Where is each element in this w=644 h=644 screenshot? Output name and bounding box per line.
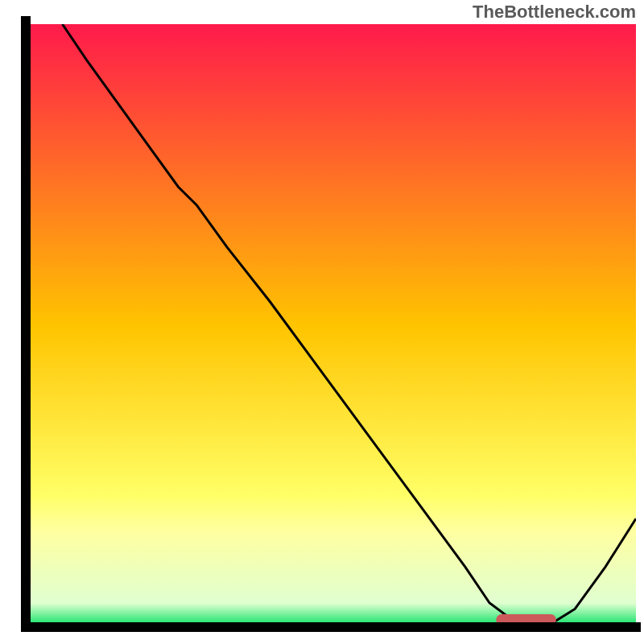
bottleneck-chart: TheBottleneck.com [0, 0, 644, 644]
watermark-text: TheBottleneck.com [473, 2, 636, 23]
chart-svg [0, 0, 644, 644]
gradient-background [26, 24, 636, 627]
